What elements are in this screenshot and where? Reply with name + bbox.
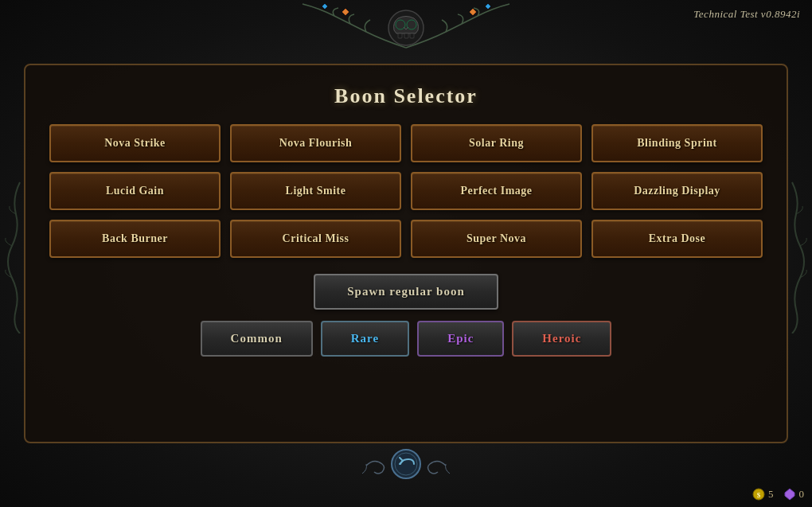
page-title: Boon Selector <box>25 65 787 124</box>
bottom-controls: Spawn regular boon Common Rare Epic Hero… <box>25 274 787 372</box>
left-edge-decoration <box>0 174 24 333</box>
svg-marker-18 <box>785 489 794 500</box>
right-edge-decoration <box>788 174 812 333</box>
coins-display: $ 5 <box>752 488 774 501</box>
svg-marker-0 <box>342 9 349 15</box>
boon-extra-dose[interactable]: Extra Dose <box>591 220 763 258</box>
rarity-rare-button[interactable]: Rare <box>321 321 409 357</box>
boon-perfect-image[interactable]: Perfect Image <box>411 172 582 210</box>
gems-value: 0 <box>799 488 805 501</box>
top-decoration <box>287 0 525 56</box>
bottom-decoration <box>358 439 454 487</box>
svg-marker-2 <box>470 9 476 15</box>
main-panel: Boon Selector Nova Strike Nova Flourish … <box>24 64 788 443</box>
svg-marker-3 <box>486 4 490 9</box>
boon-back-burner[interactable]: Back Burner <box>49 220 221 258</box>
boon-light-smite[interactable]: Light Smite <box>230 172 401 210</box>
version-label: Technical Test v0.8942i <box>693 8 800 21</box>
coins-value: 5 <box>768 488 774 501</box>
svg-marker-1 <box>322 4 327 9</box>
boon-lucid-gain[interactable]: Lucid Gain <box>49 172 221 210</box>
coins-icon: $ <box>752 488 765 501</box>
boon-solar-ring[interactable]: Solar Ring <box>411 124 582 162</box>
boon-nova-flourish[interactable]: Nova Flourish <box>230 124 401 162</box>
svg-point-14 <box>392 450 420 478</box>
boon-dazzling-display[interactable]: Dazzling Display <box>591 172 763 210</box>
gems-display: 0 <box>783 488 805 501</box>
boon-nova-strike[interactable]: Nova Strike <box>49 124 221 162</box>
svg-rect-9 <box>398 33 402 38</box>
spawn-boon-button[interactable]: Spawn regular boon <box>314 274 498 310</box>
boon-super-nova[interactable]: Super Nova <box>411 220 582 258</box>
rarity-heroic-button[interactable]: Heroic <box>512 321 611 357</box>
svg-rect-10 <box>404 33 408 38</box>
svg-text:$: $ <box>757 491 761 499</box>
rarity-epic-button[interactable]: Epic <box>417 321 504 357</box>
boon-critical-miss[interactable]: Critical Miss <box>230 220 401 258</box>
currency-display: $ 5 0 <box>752 488 804 501</box>
boon-grid: Nova Strike Nova Flourish Solar Ring Bli… <box>25 124 787 258</box>
rarity-common-button[interactable]: Common <box>201 321 313 357</box>
boon-blinding-sprint[interactable]: Blinding Sprint <box>591 124 763 162</box>
gems-icon <box>783 488 796 501</box>
rarity-row: Common Rare Epic Heroic <box>201 321 612 357</box>
svg-rect-11 <box>410 33 414 38</box>
